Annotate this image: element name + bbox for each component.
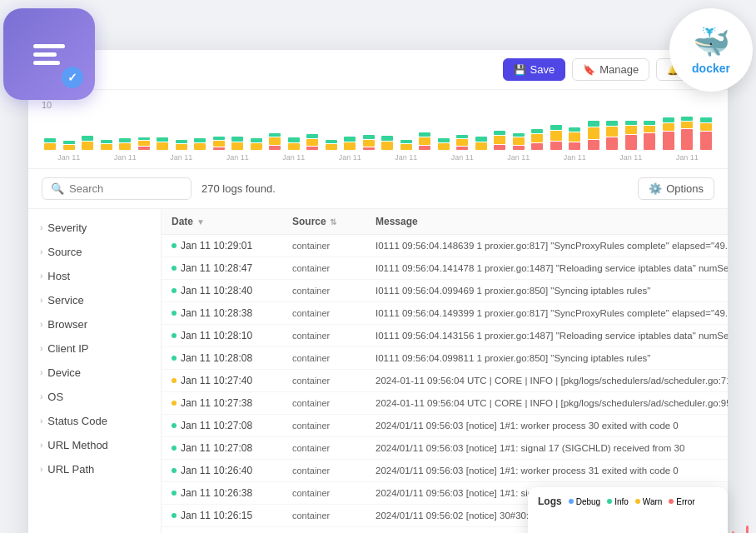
bar-segment-yellow xyxy=(681,122,693,128)
bar-group xyxy=(623,117,640,150)
bar-segment-green xyxy=(550,125,562,130)
sidebar-item-os[interactable]: › OS xyxy=(28,385,161,409)
bar-segment-green xyxy=(344,137,356,142)
bar-group xyxy=(42,117,59,150)
sidebar-item-status-code[interactable]: › Status Code xyxy=(28,409,161,433)
bar-group xyxy=(379,117,396,150)
date-value: Jan 11 10:27:08 xyxy=(181,420,252,431)
bar-group xyxy=(341,117,359,150)
col-source: Source ⇅ xyxy=(292,216,376,227)
bar-segment-red xyxy=(213,147,225,150)
date-value: Jan 11 10:28:08 xyxy=(181,352,252,364)
bar-segment-yellow xyxy=(363,140,375,147)
date-value: Jan 11 10:26:15 xyxy=(181,510,252,521)
bar-group xyxy=(491,117,509,150)
table-row[interactable]: Jan 11 10:27:08 container 2024/01/11 09:… xyxy=(162,437,728,460)
cell-date: Jan 11 10:28:08 xyxy=(172,352,292,364)
severity-dot xyxy=(172,311,177,316)
bar-segment-green xyxy=(569,127,580,132)
date-value: Jan 11 10:28:38 xyxy=(181,307,252,319)
sidebar-item-url-path[interactable]: › URL Path xyxy=(28,457,161,481)
sidebar-item-device[interactable]: › Device xyxy=(28,361,161,385)
bar-segment-yellow xyxy=(625,126,637,134)
bar-segment-yellow xyxy=(644,126,655,132)
bar-segment-green xyxy=(194,138,206,142)
cell-source: container xyxy=(292,286,376,296)
sidebar-item-client-ip[interactable]: › Client IP xyxy=(28,336,161,361)
bar-segment-red xyxy=(700,132,712,150)
table-row[interactable]: Jan 11 10:28:47 container I0111 09:56:04… xyxy=(162,257,728,280)
bar-group xyxy=(435,117,453,150)
date-value: Jan 11 10:27:38 xyxy=(181,397,252,409)
bar-group xyxy=(286,117,303,150)
cell-message: I0111 09:56:04.099469 1 proxier.go:850] … xyxy=(376,286,718,296)
save-icon: 💾 xyxy=(514,64,526,76)
bar-group xyxy=(529,117,546,150)
bar-segment-green xyxy=(288,137,300,142)
bar-segment-yellow xyxy=(213,141,225,147)
sidebar-item-severity[interactable]: › Severity xyxy=(28,216,161,240)
badge-line-1 xyxy=(33,44,65,48)
bar-segment-red xyxy=(625,135,637,150)
cell-source: container xyxy=(292,308,376,318)
cell-message: 2024/01/11 09:56:03 [notice] 1#1: worker… xyxy=(376,421,718,431)
table-row[interactable]: Jan 11 10:28:40 container I0111 09:56:04… xyxy=(162,280,728,302)
message-text: I0111 09:56:04.099811 1 proxier.go:850] … xyxy=(376,353,650,363)
search-box[interactable]: 🔍 xyxy=(42,177,191,200)
sidebar-item-host[interactable]: › Host xyxy=(28,264,161,288)
bar-group xyxy=(604,117,621,150)
bar-segment-yellow xyxy=(700,123,712,131)
bar-group xyxy=(304,117,321,150)
manage-button[interactable]: 🔖 Manage xyxy=(572,58,649,81)
legend-dot xyxy=(635,499,640,504)
cell-date: Jan 11 10:26:40 xyxy=(172,465,292,476)
bar-segment-red xyxy=(306,147,318,150)
mini-legend: Debug Info Warn Error xyxy=(569,497,695,506)
sidebar-item-browser[interactable]: › Browser xyxy=(28,312,161,336)
gear-icon: ⚙️ xyxy=(649,182,662,195)
bar-segment-green xyxy=(119,138,131,142)
table-row[interactable]: Jan 11 10:27:38 container 2024-01-11 09:… xyxy=(162,392,728,415)
table-row[interactable]: Jan 11 10:27:40 container 2024-01-11 09:… xyxy=(162,370,728,392)
bar-group xyxy=(398,117,415,150)
bar-group xyxy=(154,117,172,150)
bar-group xyxy=(98,117,116,150)
chart-time-label: Jan 11 xyxy=(211,153,266,162)
sidebar-item-service[interactable]: › Service xyxy=(28,288,161,312)
bar-segment-green xyxy=(63,141,75,144)
options-button[interactable]: ⚙️ Options xyxy=(638,177,714,200)
bar-group xyxy=(229,117,246,150)
search-input[interactable] xyxy=(69,182,182,195)
sidebar-item-url-method[interactable]: › URL Method xyxy=(28,433,161,457)
bar-group xyxy=(698,117,715,150)
bar-segment-red xyxy=(569,142,580,150)
bar-segment-green xyxy=(82,136,93,141)
table-row[interactable]: Jan 11 10:28:10 container I0111 09:56:04… xyxy=(162,325,728,347)
sidebar-label: Source xyxy=(47,246,82,258)
bar-segment-green xyxy=(531,129,543,133)
table-row[interactable]: Jan 11 10:26:40 container 2024/01/11 09:… xyxy=(162,460,728,482)
cell-message: 2024/01/11 09:56:03 [notice] 1#1: signal… xyxy=(376,443,718,453)
sidebar-item-source[interactable]: › Source xyxy=(28,240,161,264)
severity-dot xyxy=(172,446,177,451)
mini-bar-group xyxy=(736,526,749,533)
save-button[interactable]: 💾 Save xyxy=(503,58,566,81)
mini-bar-chart xyxy=(538,514,718,533)
chart-y-label: 10 xyxy=(42,100,714,110)
message-text: 2024/01/11 09:56:03 [notice] 1#1: worker… xyxy=(376,466,679,476)
table-row[interactable]: Jan 11 10:27:08 container 2024/01/11 09:… xyxy=(162,415,728,437)
table-row[interactable]: Jan 11 10:28:38 container I0111 09:56:04… xyxy=(162,302,728,325)
cell-message: I0111 09:56:04.143156 1 proxier.go:1487]… xyxy=(376,331,728,341)
logs-count: 270 logs found. xyxy=(201,182,628,195)
bar-segment-green xyxy=(306,134,318,138)
table-row[interactable]: Jan 11 10:29:01 container I0111 09:56:04… xyxy=(162,235,728,257)
bar-segment-green xyxy=(700,117,712,122)
message-text: I0111 09:56:04.149399 1 proxier.go:817] … xyxy=(376,308,728,318)
table-row[interactable]: Jan 11 10:28:08 container I0111 09:56:04… xyxy=(162,347,728,370)
chevron-right-icon: › xyxy=(40,271,42,281)
bar-segment-green xyxy=(494,131,505,135)
legend-item-error: Error xyxy=(669,497,694,506)
chevron-right-icon: › xyxy=(40,296,42,305)
cell-date: Jan 11 10:28:47 xyxy=(172,262,292,274)
message-text: 2024-01-11 09:56:04 UTC | CORE | INFO | … xyxy=(376,398,728,408)
